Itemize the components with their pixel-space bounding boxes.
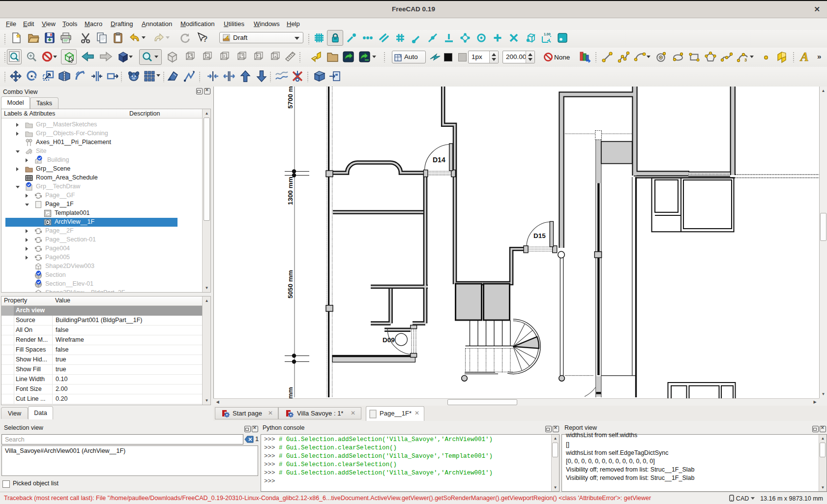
- svg-text:A: A: [799, 50, 809, 63]
- svg-text:5050 mm: 5050 mm: [287, 270, 294, 298]
- svg-text:D15: D15: [533, 232, 546, 239]
- svg-text:5000 mm: 5000 mm: [287, 387, 294, 398]
- svg-text:1.00: 1.00: [544, 32, 551, 36]
- svg-text:D14: D14: [433, 156, 445, 164]
- svg-text:3: 3: [744, 58, 747, 62]
- svg-text:?: ?: [203, 34, 207, 44]
- svg-text:D09: D09: [383, 336, 395, 344]
- svg-text:1300 mm: 1300 mm: [287, 177, 294, 205]
- svg-text:5700 mm: 5700 mm: [287, 87, 294, 109]
